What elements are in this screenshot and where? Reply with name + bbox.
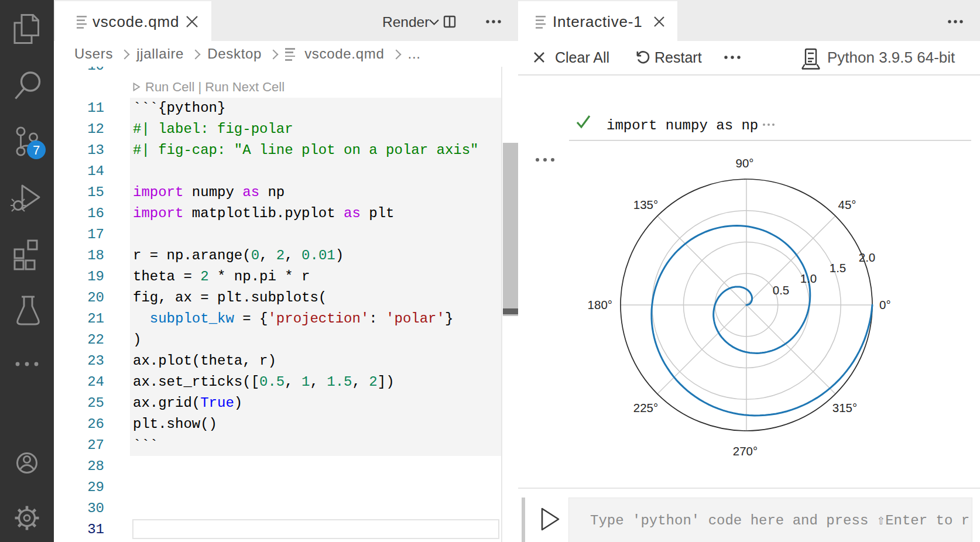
svg-text:1.0: 1.0 bbox=[800, 272, 817, 285]
svg-text:180°: 180° bbox=[588, 298, 612, 311]
svg-text:0.5: 0.5 bbox=[773, 283, 790, 297]
svg-text:Interactive-1: Interactive-1 bbox=[553, 13, 642, 30]
svg-text:135°: 135° bbox=[633, 198, 658, 211]
svg-text:90°: 90° bbox=[735, 156, 753, 170]
svg-text:315°: 315° bbox=[832, 401, 857, 414]
svg-text:2.0: 2.0 bbox=[859, 251, 876, 264]
svg-text:225°: 225° bbox=[633, 401, 658, 414]
svg-text:import numpy as np: import numpy as np bbox=[606, 118, 758, 133]
svg-text:7: 7 bbox=[33, 143, 40, 157]
svg-text:0°: 0° bbox=[879, 298, 891, 311]
svg-text:Render: Render bbox=[382, 14, 429, 30]
svg-text:Restart: Restart bbox=[655, 49, 702, 66]
svg-text:1.5: 1.5 bbox=[830, 261, 847, 275]
svg-text:45°: 45° bbox=[838, 198, 856, 211]
svg-text:Python 3.9.5 64-bit: Python 3.9.5 64-bit bbox=[827, 49, 955, 66]
svg-text:Clear All: Clear All bbox=[555, 49, 609, 66]
svg-text:270°: 270° bbox=[733, 444, 758, 458]
svg-text:vscode.qmd: vscode.qmd bbox=[92, 13, 179, 30]
